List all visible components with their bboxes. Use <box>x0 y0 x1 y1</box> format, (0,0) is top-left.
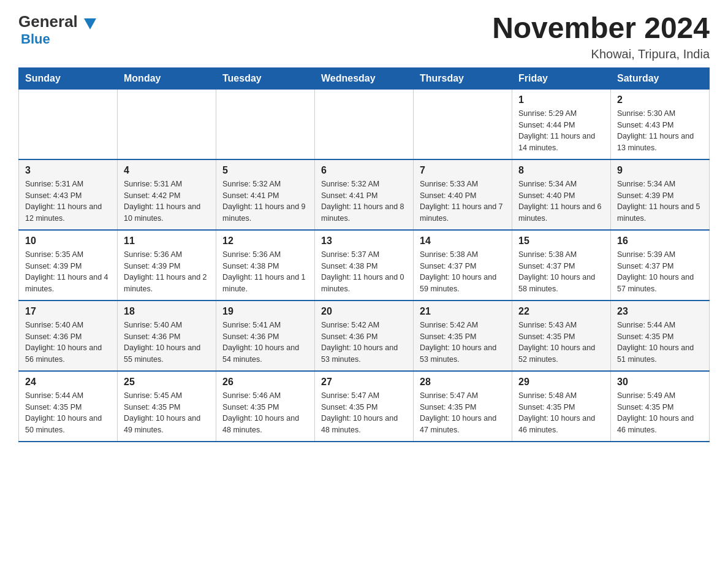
day-info: Sunrise: 5:41 AMSunset: 4:36 PMDaylight:… <box>222 320 308 366</box>
day-info: Sunrise: 5:40 AMSunset: 4:36 PMDaylight:… <box>124 320 210 366</box>
day-info: Sunrise: 5:43 AMSunset: 4:35 PMDaylight:… <box>518 320 604 366</box>
header-friday: Friday <box>512 67 611 89</box>
header-saturday: Saturday <box>611 67 710 89</box>
day-number: 29 <box>518 377 604 388</box>
day-info: Sunrise: 5:36 AMSunset: 4:39 PMDaylight:… <box>124 249 210 295</box>
cell-week4-day5: 22Sunrise: 5:43 AMSunset: 4:35 PMDayligh… <box>512 301 611 371</box>
day-info: Sunrise: 5:38 AMSunset: 4:37 PMDaylight:… <box>420 249 506 295</box>
title-block: November 2024 Khowai, Tripura, India <box>492 12 710 61</box>
logo-triangle-icon <box>84 18 96 29</box>
day-number: 26 <box>222 377 308 388</box>
cell-week2-day6: 9Sunrise: 5:34 AMSunset: 4:39 PMDaylight… <box>611 159 710 230</box>
day-number: 8 <box>518 165 604 176</box>
day-info: Sunrise: 5:46 AMSunset: 4:35 PMDaylight:… <box>222 390 308 436</box>
logo-blue-text <box>78 12 82 31</box>
day-info: Sunrise: 5:31 AMSunset: 4:42 PMDaylight:… <box>124 178 210 224</box>
cell-week2-day3: 6Sunrise: 5:32 AMSunset: 4:41 PMDaylight… <box>315 159 414 230</box>
cell-week1-day5: 1Sunrise: 5:29 AMSunset: 4:44 PMDaylight… <box>512 89 611 159</box>
day-number: 9 <box>617 165 703 176</box>
logo-blue-label: Blue <box>21 31 50 47</box>
day-info: Sunrise: 5:49 AMSunset: 4:35 PMDaylight:… <box>617 390 703 436</box>
day-number: 19 <box>222 306 308 317</box>
day-number: 3 <box>25 165 111 176</box>
cell-week2-day5: 8Sunrise: 5:34 AMSunset: 4:40 PMDaylight… <box>512 159 611 230</box>
week-row-4: 17Sunrise: 5:40 AMSunset: 4:36 PMDayligh… <box>19 301 710 371</box>
day-info: Sunrise: 5:44 AMSunset: 4:35 PMDaylight:… <box>25 390 111 436</box>
day-info: Sunrise: 5:44 AMSunset: 4:35 PMDaylight:… <box>617 320 703 366</box>
cell-week2-day0: 3Sunrise: 5:31 AMSunset: 4:43 PMDaylight… <box>19 159 118 230</box>
cell-week5-day0: 24Sunrise: 5:44 AMSunset: 4:35 PMDayligh… <box>19 371 118 442</box>
day-info: Sunrise: 5:37 AMSunset: 4:38 PMDaylight:… <box>321 249 407 295</box>
week-row-3: 10Sunrise: 5:35 AMSunset: 4:39 PMDayligh… <box>19 230 710 301</box>
week-row-5: 24Sunrise: 5:44 AMSunset: 4:35 PMDayligh… <box>19 371 710 442</box>
day-info: Sunrise: 5:36 AMSunset: 4:38 PMDaylight:… <box>222 249 308 295</box>
cell-week2-day1: 4Sunrise: 5:31 AMSunset: 4:42 PMDaylight… <box>118 159 216 230</box>
day-number: 23 <box>617 306 703 317</box>
day-info: Sunrise: 5:39 AMSunset: 4:37 PMDaylight:… <box>617 249 703 295</box>
day-number: 25 <box>124 377 210 388</box>
day-info: Sunrise: 5:29 AMSunset: 4:44 PMDaylight:… <box>518 108 604 154</box>
cell-week3-day6: 16Sunrise: 5:39 AMSunset: 4:37 PMDayligh… <box>611 230 710 301</box>
day-number: 2 <box>617 94 703 105</box>
day-number: 21 <box>420 306 506 317</box>
day-info: Sunrise: 5:34 AMSunset: 4:40 PMDaylight:… <box>518 178 604 224</box>
day-info: Sunrise: 5:42 AMSunset: 4:36 PMDaylight:… <box>321 320 407 366</box>
cell-week1-day6: 2Sunrise: 5:30 AMSunset: 4:43 PMDaylight… <box>611 89 710 159</box>
day-info: Sunrise: 5:35 AMSunset: 4:39 PMDaylight:… <box>25 249 111 295</box>
cell-week1-day4 <box>414 89 512 159</box>
day-number: 22 <box>518 306 604 317</box>
cell-week3-day0: 10Sunrise: 5:35 AMSunset: 4:39 PMDayligh… <box>19 230 118 301</box>
cell-week5-day4: 28Sunrise: 5:47 AMSunset: 4:35 PMDayligh… <box>414 371 512 442</box>
header-monday: Monday <box>118 67 216 89</box>
cell-week3-day1: 11Sunrise: 5:36 AMSunset: 4:39 PMDayligh… <box>118 230 216 301</box>
day-number: 5 <box>222 165 308 176</box>
cell-week4-day6: 23Sunrise: 5:44 AMSunset: 4:35 PMDayligh… <box>611 301 710 371</box>
day-info: Sunrise: 5:45 AMSunset: 4:35 PMDaylight:… <box>124 390 210 436</box>
day-number: 7 <box>420 165 506 176</box>
day-number: 30 <box>617 377 703 388</box>
cell-week2-day4: 7Sunrise: 5:33 AMSunset: 4:40 PMDaylight… <box>414 159 512 230</box>
day-info: Sunrise: 5:32 AMSunset: 4:41 PMDaylight:… <box>321 178 407 224</box>
cell-week5-day1: 25Sunrise: 5:45 AMSunset: 4:35 PMDayligh… <box>118 371 216 442</box>
day-number: 17 <box>25 306 111 317</box>
cell-week1-day1 <box>118 89 216 159</box>
day-number: 6 <box>321 165 407 176</box>
day-number: 27 <box>321 377 407 388</box>
cell-week1-day0 <box>19 89 118 159</box>
day-info: Sunrise: 5:34 AMSunset: 4:39 PMDaylight:… <box>617 178 703 224</box>
month-title: November 2024 <box>492 12 710 45</box>
cell-week4-day3: 20Sunrise: 5:42 AMSunset: 4:36 PMDayligh… <box>315 301 414 371</box>
cell-week1-day2 <box>216 89 315 159</box>
week-row-2: 3Sunrise: 5:31 AMSunset: 4:43 PMDaylight… <box>19 159 710 230</box>
day-info: Sunrise: 5:33 AMSunset: 4:40 PMDaylight:… <box>420 178 506 224</box>
header-sunday: Sunday <box>19 67 118 89</box>
cell-week4-day1: 18Sunrise: 5:40 AMSunset: 4:36 PMDayligh… <box>118 301 216 371</box>
day-number: 18 <box>124 306 210 317</box>
day-number: 12 <box>222 236 308 247</box>
day-number: 4 <box>124 165 210 176</box>
day-number: 28 <box>420 377 506 388</box>
day-number: 15 <box>518 236 604 247</box>
day-info: Sunrise: 5:30 AMSunset: 4:43 PMDaylight:… <box>617 108 703 154</box>
logo: General Blue <box>18 12 96 47</box>
day-info: Sunrise: 5:47 AMSunset: 4:35 PMDaylight:… <box>321 390 407 436</box>
day-info: Sunrise: 5:31 AMSunset: 4:43 PMDaylight:… <box>25 178 111 224</box>
day-info: Sunrise: 5:47 AMSunset: 4:35 PMDaylight:… <box>420 390 506 436</box>
day-number: 14 <box>420 236 506 247</box>
day-number: 10 <box>25 236 111 247</box>
location-label: Khowai, Tripura, India <box>492 47 710 61</box>
day-number: 24 <box>25 377 111 388</box>
day-number: 11 <box>124 236 210 247</box>
cell-week3-day2: 12Sunrise: 5:36 AMSunset: 4:38 PMDayligh… <box>216 230 315 301</box>
day-number: 16 <box>617 236 703 247</box>
day-info: Sunrise: 5:32 AMSunset: 4:41 PMDaylight:… <box>222 178 308 224</box>
weekday-header-row: Sunday Monday Tuesday Wednesday Thursday… <box>19 67 710 89</box>
cell-week3-day5: 15Sunrise: 5:38 AMSunset: 4:37 PMDayligh… <box>512 230 611 301</box>
cell-week2-day2: 5Sunrise: 5:32 AMSunset: 4:41 PMDaylight… <box>216 159 315 230</box>
header-wednesday: Wednesday <box>315 67 414 89</box>
day-info: Sunrise: 5:42 AMSunset: 4:35 PMDaylight:… <box>420 320 506 366</box>
week-row-1: 1Sunrise: 5:29 AMSunset: 4:44 PMDaylight… <box>19 89 710 159</box>
cell-week1-day3 <box>315 89 414 159</box>
cell-week5-day5: 29Sunrise: 5:48 AMSunset: 4:35 PMDayligh… <box>512 371 611 442</box>
cell-week5-day2: 26Sunrise: 5:46 AMSunset: 4:35 PMDayligh… <box>216 371 315 442</box>
